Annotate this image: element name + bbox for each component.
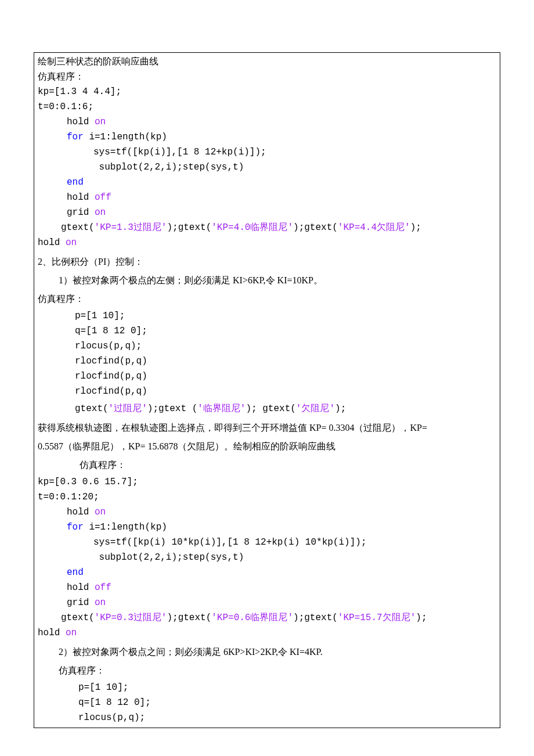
code-line: end (67, 175, 496, 190)
code-string: on (95, 597, 106, 608)
code-text: gtext( (61, 613, 95, 623)
code-string: 'KP=0.6临界阻尼' (211, 613, 293, 623)
code-line: gtext('过阻尼');gtext ('临界阻尼'); gtext('欠阻尼'… (75, 401, 496, 416)
code-text: hold (67, 117, 89, 127)
code-line: q=[1 8 12 0]; (75, 323, 496, 339)
code-string: 'KP=4.4欠阻尼' (338, 222, 410, 233)
code-string: off (95, 192, 111, 203)
label-sim-program-2: 仿真程序： (38, 290, 496, 308)
code-string: 'KP=15.7欠阻尼' (338, 613, 416, 623)
code-string: off (95, 582, 111, 593)
code-text: gtext( (61, 222, 95, 233)
code-line: rlocfind(p,q) (75, 354, 496, 369)
code-line: gtext('KP=0.3过阻尼');gtext('KP=0.6临界阻尼');g… (61, 610, 496, 625)
code-string: on (66, 628, 77, 638)
code-line: gtext('KP=1.3过阻尼');gtext('KP=4.0临界阻尼');g… (61, 220, 496, 235)
code-line: kp=[0.3 0.6 15.7]; (38, 474, 496, 489)
code-text: ); (335, 404, 346, 414)
content-frame: 绘制三种状态的阶跃响应曲线 仿真程序： kp=[1.3 4 4.4]; t=0:… (34, 52, 500, 728)
code-line: sys=tf([kp(i)],[1 8 12+kp(i)]); (93, 145, 496, 160)
code-line: grid on (67, 595, 496, 610)
code-line: subplot(2,2,i);step(sys,t) (93, 550, 496, 565)
code-string: '过阻尼' (109, 404, 147, 414)
code-text: grid (67, 207, 95, 218)
code-text: );gtext( (167, 222, 211, 233)
label-sim-program-4: 仿真程序： (38, 661, 496, 680)
paragraph-condition-2: 2）被控对象两个极点之间；则必须满足 6KP>KI>2KP,令 KI=4KP. (38, 643, 496, 661)
code-line: hold on (67, 114, 496, 129)
code-line: p=[1 10]; (75, 308, 496, 323)
code-text: ); (410, 222, 421, 233)
code-line: hold off (67, 580, 496, 595)
code-line: hold off (67, 190, 496, 205)
code-text: i=1:length(kp) (84, 522, 167, 532)
code-line: q=[1 8 12 0]; (78, 695, 496, 710)
content-inner: 绘制三种状态的阶跃响应曲线 仿真程序： kp=[1.3 4 4.4]; t=0:… (34, 53, 500, 728)
heading-pi-control: 2、比例积分（PI）控制： (38, 253, 496, 271)
code-line: sys=tf([kp(i) 10*kp(i)],[1 8 12+kp(i) 10… (93, 535, 496, 550)
code-text: hold (38, 237, 66, 248)
code-string: on (66, 237, 77, 248)
code-text: hold (67, 507, 89, 517)
code-keyword: end (67, 567, 84, 578)
code-line: t=0:0.1:20; (38, 489, 496, 505)
code-line: grid on (67, 205, 496, 220)
code-text: hold (67, 582, 95, 593)
code-text: );gtext( (167, 613, 211, 623)
code-string: '临界阻尼' (197, 404, 246, 414)
code-string: on (95, 207, 106, 218)
code-line: hold on (38, 625, 496, 640)
code-text: ); gtext( (246, 404, 295, 414)
code-line: rlocfind(p,q) (75, 384, 496, 399)
code-text: gtext( (75, 404, 109, 414)
paragraph-condition-1: 1）被控对象两个极点的左侧；则必须满足 KI>6KP,令 KI=10KP。 (38, 271, 496, 290)
code-line: end (67, 565, 496, 580)
label-sim-program-1: 仿真程序： (38, 69, 496, 84)
paragraph-root-locus-1: 获得系统根轨迹图，在根轨迹图上选择点，即得到三个开环增益值 KP= 0.3304… (38, 419, 496, 437)
code-line: t=0:0.1:6; (38, 99, 496, 114)
code-line: p=[1 10]; (78, 680, 496, 695)
document-page: 绘制三种状态的阶跃响应曲线 仿真程序： kp=[1.3 4 4.4]; t=0:… (0, 0, 534, 756)
code-line: hold on (38, 235, 496, 250)
paragraph-root-locus-2: 0.5587（临界阻尼），KP= 15.6878（欠阻尼）。绘制相应的阶跃响应曲… (38, 437, 496, 456)
code-text: );gtext( (293, 222, 338, 233)
code-keyword: for (67, 522, 84, 532)
code-keyword: end (67, 177, 84, 188)
code-line: subplot(2,2,i);step(sys,t) (93, 160, 496, 175)
code-text: hold (38, 628, 66, 638)
code-text: hold (67, 192, 95, 203)
code-string: '欠阻尼' (296, 404, 335, 414)
code-line: rlocus(p,q); (75, 339, 496, 354)
code-line: rlocfind(p,q) (75, 369, 496, 384)
code-text: );gtext ( (147, 404, 197, 414)
code-string: 'KP=0.3过阻尼' (95, 613, 167, 623)
code-line: for i=1:length(kp) (67, 129, 496, 145)
code-text: grid (67, 597, 95, 608)
code-string: on (89, 507, 106, 517)
code-text: );gtext( (293, 613, 338, 623)
code-line: hold on (67, 505, 496, 520)
code-string: 'KP=4.0临界阻尼' (211, 222, 293, 233)
code-line: for i=1:length(kp) (67, 520, 496, 535)
code-line: rlocus(p,q); (78, 710, 496, 725)
heading-step-response: 绘制三种状态的阶跃响应曲线 (38, 54, 496, 69)
code-text: ); (416, 613, 427, 623)
code-text: i=1:length(kp) (84, 132, 167, 142)
code-string: 'KP=1.3过阻尼' (95, 222, 167, 233)
code-string: on (89, 117, 106, 127)
code-line: kp=[1.3 4 4.4]; (38, 84, 496, 99)
label-sim-program-3: 仿真程序： (38, 456, 496, 474)
code-keyword: for (67, 132, 84, 142)
